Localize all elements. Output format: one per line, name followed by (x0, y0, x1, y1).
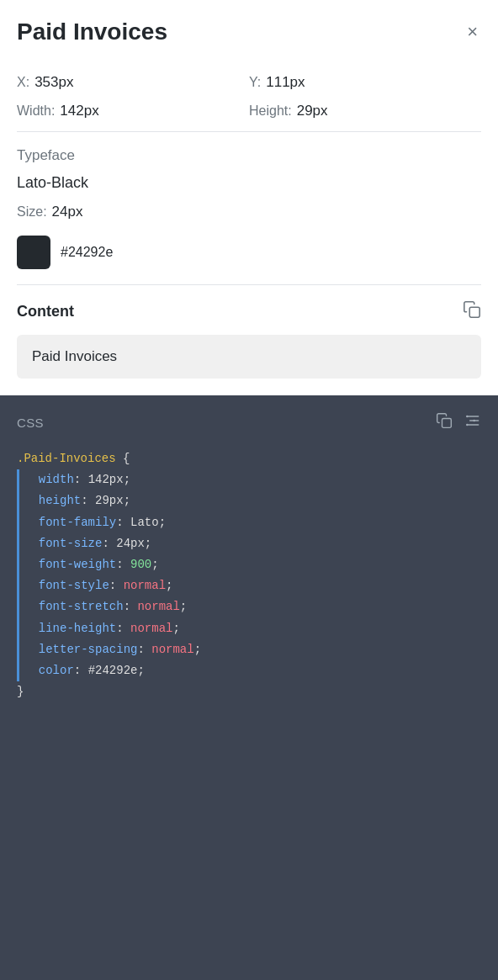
close-button[interactable]: × (464, 19, 481, 45)
css-prop-font-family: font-family: Lato; (17, 512, 498, 533)
typeface-name: Lato-Black (17, 174, 481, 192)
content-header: Content (17, 300, 481, 323)
css-label: CSS (17, 416, 44, 430)
position-row: X: 353px Y: 111px (17, 74, 481, 91)
css-prop-width: width: 142px; (17, 469, 498, 490)
typeface-section: Typeface Lato-Black Size: 24px #24292e (17, 147, 481, 269)
typeface-label: Typeface (17, 147, 481, 164)
y-value: 111px (266, 74, 305, 91)
x-value: 353px (34, 74, 73, 91)
size-label: Size: (17, 204, 47, 220)
properties-section: X: 353px Y: 111px Width: 142px Height: 2… (0, 61, 498, 300)
width-property: Width: 142px (17, 103, 249, 119)
content-section: Content Paid Invoices (0, 300, 498, 395)
css-prop-font-size: font-size: 24px; (17, 533, 498, 554)
css-prop-color: color: #24292e; (17, 660, 498, 681)
copy-css-icon[interactable] (436, 412, 453, 433)
css-icon-group (436, 412, 481, 433)
css-prop-letter-spacing: letter-spacing: normal; (17, 639, 498, 660)
x-label: X: (17, 75, 29, 90)
css-selector-line: .Paid-Invoices { (17, 448, 498, 469)
svg-point-6 (466, 424, 469, 426)
svg-point-7 (473, 420, 475, 422)
size-row: Width: 142px Height: 29px (17, 103, 481, 119)
page-title: Paid Invoices (17, 19, 167, 45)
height-value: 29px (297, 103, 328, 119)
content-label: Content (17, 303, 74, 320)
copy-content-icon[interactable] (463, 300, 481, 323)
x-property: X: 353px (17, 74, 249, 91)
height-property: Height: 29px (249, 103, 481, 119)
content-text: Paid Invoices (32, 348, 117, 364)
content-box: Paid Invoices (17, 335, 481, 379)
css-prop-font-weight: font-weight: 900; (17, 554, 498, 575)
css-closing-brace: } (17, 681, 498, 702)
divider-1 (17, 131, 481, 132)
css-prop-font-stretch: font-stretch: normal; (17, 596, 498, 617)
settings-css-icon[interactable] (464, 412, 481, 433)
css-prop-line-height: line-height: normal; (17, 618, 498, 639)
svg-rect-1 (442, 419, 452, 428)
css-prop-font-style: font-style: normal; (17, 575, 498, 596)
panel: Paid Invoices × X: 353px Y: 111px Width:… (0, 0, 498, 980)
color-swatch (17, 236, 50, 269)
size-value: 24px (52, 204, 83, 220)
y-property: Y: 111px (249, 74, 481, 91)
color-hex-value: #24292e (61, 245, 113, 260)
y-label: Y: (249, 75, 261, 90)
height-label: Height: (249, 103, 292, 119)
css-prop-height: height: 29px; (17, 490, 498, 511)
width-value: 142px (60, 103, 98, 119)
color-row: #24292e (17, 236, 481, 269)
css-header: CSS (0, 412, 498, 433)
css-code-block: .Paid-Invoices { width: 142px; height: 2… (0, 448, 498, 702)
divider-2 (17, 284, 481, 285)
svg-point-5 (466, 416, 469, 418)
css-section: CSS (0, 395, 498, 980)
header: Paid Invoices × (0, 0, 498, 61)
svg-rect-0 (469, 307, 479, 317)
font-size-row: Size: 24px (17, 204, 481, 220)
width-label: Width: (17, 103, 55, 119)
